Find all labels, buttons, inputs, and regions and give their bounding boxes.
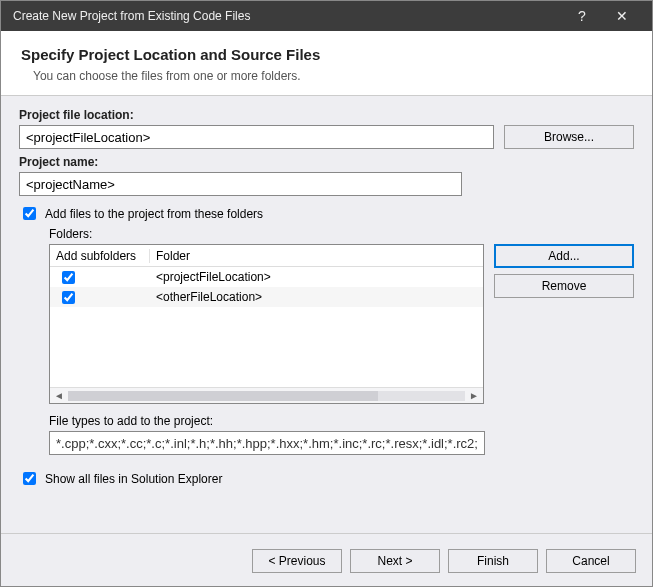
browse-button[interactable]: Browse...: [504, 125, 634, 149]
horizontal-scrollbar[interactable]: ◄ ►: [50, 387, 483, 403]
scroll-right-icon[interactable]: ►: [469, 390, 479, 401]
next-button[interactable]: Next >: [350, 549, 440, 573]
help-button[interactable]: ?: [562, 8, 602, 24]
project-file-location-label: Project file location:: [19, 108, 634, 122]
folders-table-header: Add subfolders Folder: [50, 245, 483, 267]
titlebar: Create New Project from Existing Code Fi…: [1, 1, 652, 31]
table-row[interactable]: <otherFileLocation>: [50, 287, 483, 307]
cancel-button[interactable]: Cancel: [546, 549, 636, 573]
add-files-checkbox[interactable]: [23, 207, 36, 220]
page-subtitle: You can choose the files from one or mor…: [33, 69, 632, 83]
row-folder-cell: <otherFileLocation>: [150, 290, 483, 304]
close-button[interactable]: ✕: [602, 8, 642, 24]
project-name-label: Project name:: [19, 155, 634, 169]
file-types-label: File types to add to the project:: [49, 414, 634, 428]
wizard-content: Project file location: Browse... Project…: [1, 96, 652, 533]
page-title: Specify Project Location and Source File…: [21, 46, 632, 63]
scrollbar-track[interactable]: [68, 391, 465, 401]
project-file-location-input[interactable]: [19, 125, 494, 149]
file-types-input[interactable]: [49, 431, 485, 455]
wizard-footer: < Previous Next > Finish Cancel: [1, 533, 652, 587]
folders-label: Folders:: [49, 227, 634, 241]
row-subfolder-checkbox[interactable]: [62, 271, 75, 284]
show-all-files-checkbox[interactable]: [23, 472, 36, 485]
add-folder-button[interactable]: Add...: [494, 244, 634, 268]
show-all-files-label: Show all files in Solution Explorer: [45, 472, 222, 486]
wizard-header: Specify Project Location and Source File…: [1, 31, 652, 96]
col-add-subfolders[interactable]: Add subfolders: [50, 249, 150, 263]
row-folder-cell: <projectFileLocation>: [150, 270, 483, 284]
col-folder[interactable]: Folder: [150, 249, 483, 263]
scroll-left-icon[interactable]: ◄: [54, 390, 64, 401]
table-row[interactable]: <projectFileLocation>: [50, 267, 483, 287]
remove-folder-button[interactable]: Remove: [494, 274, 634, 298]
project-name-input[interactable]: [19, 172, 462, 196]
finish-button[interactable]: Finish: [448, 549, 538, 573]
row-subfolder-checkbox[interactable]: [62, 291, 75, 304]
scrollbar-thumb[interactable]: [68, 391, 378, 401]
previous-button[interactable]: < Previous: [252, 549, 342, 573]
folders-table: Add subfolders Folder <projectFileLocati…: [49, 244, 484, 404]
window-title: Create New Project from Existing Code Fi…: [11, 9, 562, 23]
add-files-checkbox-label: Add files to the project from these fold…: [45, 207, 263, 221]
